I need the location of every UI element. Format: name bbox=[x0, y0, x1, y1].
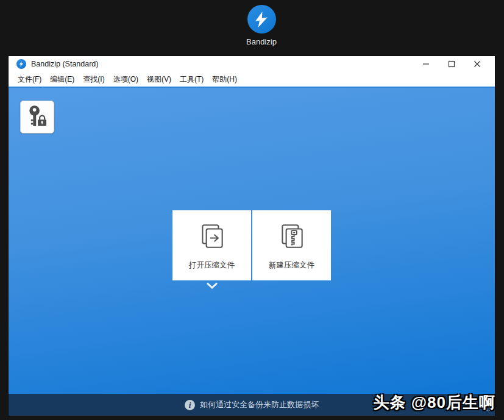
key-lock-icon bbox=[24, 104, 51, 130]
open-archive-icon bbox=[197, 221, 227, 253]
chevron-down-icon[interactable] bbox=[205, 281, 219, 290]
new-archive-icon bbox=[277, 221, 307, 253]
new-archive-label: 新建压缩文件 bbox=[269, 260, 314, 271]
close-button[interactable] bbox=[464, 56, 490, 72]
desktop: Bandizip Bandizip (Standard) bbox=[0, 0, 504, 420]
menu-item-options[interactable]: 选项(O) bbox=[109, 73, 143, 87]
desktop-shortcut-label: Bandizip bbox=[246, 37, 277, 46]
main-area: 打开压缩文件 新建压缩文件 bbox=[9, 87, 495, 394]
window-title: Bandizip (Standard) bbox=[31, 60, 98, 68]
menu-item-view[interactable]: 视图(V) bbox=[143, 73, 176, 87]
password-manager-button[interactable] bbox=[20, 101, 54, 133]
window-controls bbox=[413, 56, 495, 72]
bandizip-logo-icon bbox=[247, 5, 276, 34]
menu-item-tools[interactable]: 工具(T) bbox=[176, 73, 208, 87]
desktop-shortcut-bandizip[interactable]: Bandizip bbox=[235, 5, 288, 46]
new-archive-button[interactable]: 新建压缩文件 bbox=[252, 210, 331, 280]
menubar: 文件(F) 编辑(E) 查找(I) 选项(O) 视图(V) 工具(T) 帮助(H… bbox=[9, 72, 495, 87]
app-icon bbox=[16, 59, 26, 69]
info-icon: i bbox=[185, 400, 195, 410]
menu-item-edit[interactable]: 编辑(E) bbox=[46, 73, 79, 87]
menu-item-find[interactable]: 查找(I) bbox=[79, 73, 108, 87]
status-tip-link[interactable]: i 如何通过安全备份来防止数据损坏 bbox=[185, 399, 319, 410]
status-tip-text: 如何通过安全备份来防止数据损坏 bbox=[200, 399, 319, 410]
menu-item-help[interactable]: 帮助(H) bbox=[208, 73, 241, 87]
open-archive-label: 打开压缩文件 bbox=[189, 260, 235, 271]
menu-item-file[interactable]: 文件(F) bbox=[13, 73, 46, 87]
titlebar[interactable]: Bandizip (Standard) bbox=[9, 56, 495, 72]
minimize-button[interactable] bbox=[413, 56, 439, 72]
maximize-button[interactable] bbox=[439, 56, 464, 72]
bandizip-window: Bandizip (Standard) 文件(F) 编辑(E) bbox=[9, 56, 495, 416]
resize-grip[interactable] bbox=[486, 403, 493, 414]
open-archive-button[interactable]: 打开压缩文件 bbox=[172, 210, 251, 280]
center-buttons: 打开压缩文件 新建压缩文件 bbox=[172, 210, 331, 280]
statusbar: i 如何通过安全备份来防止数据损坏 bbox=[9, 394, 495, 416]
